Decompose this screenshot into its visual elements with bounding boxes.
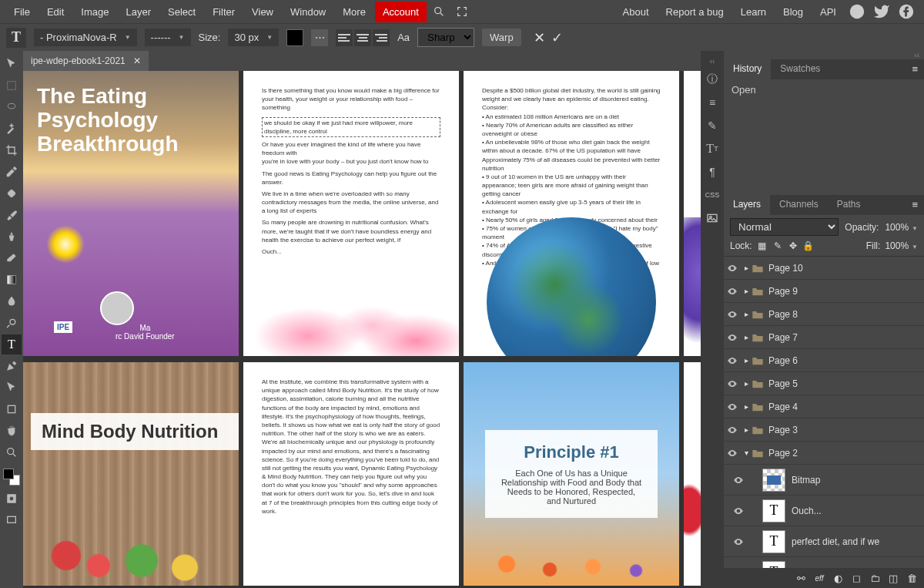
visibility-toggle[interactable] [730,506,747,516]
layer-effects-icon[interactable]: eff [813,572,825,584]
layers-panel-menu-icon[interactable]: ≡ [906,195,924,215]
expand-toggle[interactable]: ▸ [741,402,752,411]
zoom-tool[interactable] [2,442,22,462]
visibility-toggle[interactable] [724,355,741,366]
reddit-icon[interactable] [849,3,865,20]
delete-layer-icon[interactable]: 🗑 [906,572,918,584]
layer-folder[interactable]: ▸Page 4 [724,395,924,418]
link-layers-icon[interactable]: ⚯ [795,572,807,584]
dodge-tool[interactable] [2,313,22,333]
visibility-toggle[interactable] [730,475,747,486]
align-left-button[interactable] [336,29,353,46]
visibility-toggle[interactable] [724,425,741,435]
visibility-toggle[interactable] [724,378,741,389]
type-tool[interactable]: T [2,334,22,354]
layer-folder[interactable]: ▸Page 6 [724,349,924,372]
text-color-swatch[interactable] [286,29,303,46]
cancel-icon[interactable]: ✕ [534,29,545,46]
image-panel-icon[interactable] [703,209,721,227]
visibility-toggle[interactable] [724,448,741,459]
menu-more[interactable]: More [335,2,373,22]
lock-pixels-icon[interactable]: ✎ [772,240,783,251]
layer-folder[interactable]: ▸Page 5 [724,372,924,395]
expand-toggle[interactable]: ▸ [741,287,752,295]
visibility-toggle[interactable] [724,263,741,274]
new-folder-icon[interactable]: 🗀 [869,572,881,584]
layer-folder[interactable]: ▸Page 10 [724,257,924,280]
menu-file[interactable]: File [6,2,38,22]
document-tab[interactable]: ipe-wdep-ebook1-2021 ✕ [23,51,149,71]
gradient-tool[interactable] [2,270,22,290]
path-select-tool[interactable] [2,378,22,398]
info-panel-icon[interactable]: ⓘ [703,70,721,89]
warp-button[interactable]: Warp [482,29,521,46]
move-tool[interactable] [2,54,22,74]
expand-toggle[interactable]: ▾ [741,449,752,457]
antialias-select[interactable]: Sharp [417,28,474,47]
menu-select[interactable]: Select [160,2,203,22]
twitter-icon[interactable] [873,3,890,20]
expand-toggle[interactable]: ▸ [741,333,752,341]
tab-paths[interactable]: Paths [828,195,870,215]
menu-about[interactable]: About [615,2,657,22]
more-options-icon[interactable]: ⋯ [311,29,328,46]
selected-text-layer[interactable]: we should be okay if we just had more wi… [262,117,440,137]
visibility-toggle[interactable] [724,309,741,320]
wand-tool[interactable] [2,119,22,139]
history-item[interactable]: Open [732,84,916,96]
facebook-icon[interactable] [898,3,915,20]
new-layer-icon[interactable]: ◫ [887,572,899,584]
expand-toggle[interactable]: ▸ [741,425,752,434]
visibility-toggle[interactable] [730,536,747,547]
crop-tool[interactable] [2,140,22,160]
blur-tool[interactable] [2,291,22,311]
css-panel-icon[interactable]: CSS [703,186,721,204]
brush-panel-icon[interactable]: ✎ [703,116,721,135]
menu-blog[interactable]: Blog [775,2,811,22]
tab-close-icon[interactable]: ✕ [133,55,141,66]
layer-folder[interactable]: ▸Page 3 [724,418,924,442]
clone-tool[interactable] [2,227,22,247]
brush-tool[interactable] [2,205,22,225]
fill-value[interactable]: 100% [885,240,918,251]
lasso-tool[interactable] [2,97,22,117]
heal-tool[interactable] [2,183,22,203]
menu-window[interactable]: Window [283,2,333,22]
expand-toggle[interactable]: ▸ [741,379,752,388]
properties-panel-icon[interactable]: ≡ [703,93,721,112]
expand-toggle[interactable]: ▸ [741,264,752,272]
font-size-input[interactable]: 30 px [228,29,279,46]
marquee-tool[interactable] [2,76,22,96]
menu-image[interactable]: Image [73,2,116,22]
quickmask-toggle[interactable] [2,489,22,509]
visibility-toggle[interactable] [724,286,741,297]
tab-layers[interactable]: Layers [724,195,770,215]
menu-api[interactable]: API [812,2,844,22]
align-center-button[interactable] [354,29,371,46]
menu-view[interactable]: View [244,2,281,22]
shape-tool[interactable] [2,399,22,419]
opacity-value[interactable]: 100% [885,222,918,233]
lock-all-icon[interactable]: 🔒 [803,240,814,251]
font-family-select[interactable]: - ProximaNova-R [34,29,137,46]
layer-folder[interactable]: ▸Page 8 [724,303,924,326]
layer-folder[interactable]: ▾Page 2 [724,442,924,465]
lock-position-icon[interactable]: ✥ [788,240,798,251]
fullscreen-icon[interactable] [454,4,470,19]
layer-item[interactable]: Bitmap [724,465,924,496]
visibility-toggle[interactable] [724,402,741,412]
menu-edit[interactable]: Edit [39,2,72,22]
expand-toggle[interactable]: ▸ [741,356,752,365]
layer-folder[interactable]: ▸Page 9 [724,280,924,303]
pen-tool[interactable] [2,356,22,376]
menu-learn[interactable]: Learn [733,2,774,22]
layer-item[interactable]: TOuch... [724,496,924,526]
screen-mode-toggle[interactable] [2,510,22,530]
commit-icon[interactable]: ✓ [551,29,563,46]
search-icon[interactable] [431,4,447,19]
eyedropper-tool[interactable] [2,162,22,182]
expand-toggle[interactable]: ▸ [741,310,752,318]
tab-swatches[interactable]: Swatches [771,59,829,79]
tab-history[interactable]: History [724,59,771,79]
hand-tool[interactable] [2,421,22,441]
